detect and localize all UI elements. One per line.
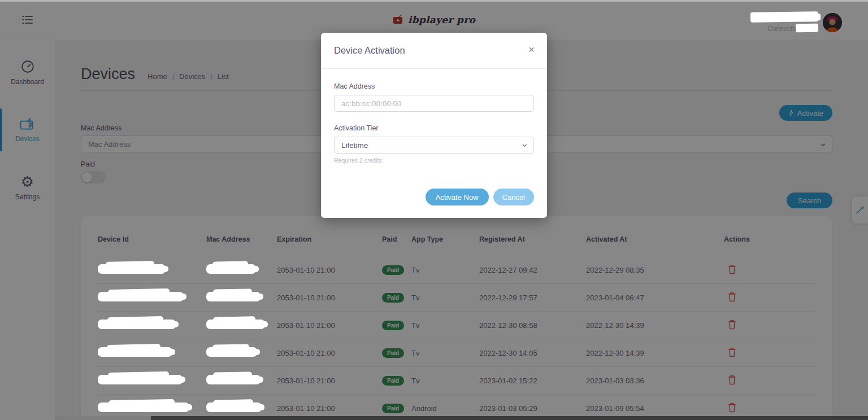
tier-help-text: Requires 2 credits. [334, 157, 534, 164]
redaction-mark [796, 24, 818, 33]
close-icon[interactable]: × [528, 44, 535, 55]
redacted-device-id [98, 292, 184, 301]
redacted-device-id [98, 264, 166, 274]
modal-mac-address-input[interactable] [334, 95, 534, 112]
redaction-mark [750, 11, 818, 22]
redacted-device-id [98, 347, 172, 357]
redacted-mac-address [206, 403, 262, 412]
redacted-mac-address [206, 347, 257, 357]
redacted-device-id [98, 320, 176, 329]
cancel-button[interactable]: Cancel [493, 189, 534, 205]
redacted-mac-address [206, 264, 256, 274]
redacted-device-id [98, 403, 189, 412]
redacted-mac-address [206, 292, 261, 301]
redacted-mac-address [206, 375, 261, 384]
redacted-device-id [98, 375, 183, 384]
modal-mac-address-label: Mac Address [334, 82, 534, 90]
activation-tier-select[interactable]: Lifetime [334, 137, 534, 154]
device-activation-modal: Device Activation × Mac Address Activati… [321, 33, 547, 218]
redacted-mac-address [206, 320, 265, 329]
selected-tier: Lifetime [341, 141, 368, 150]
activation-tier-label: Activation Tier [334, 124, 534, 132]
modal-title: Device Activation [334, 45, 405, 56]
activate-now-button[interactable]: Activate Now [426, 189, 489, 205]
window-edge [0, 0, 868, 2]
chevron-down-icon [521, 142, 528, 151]
